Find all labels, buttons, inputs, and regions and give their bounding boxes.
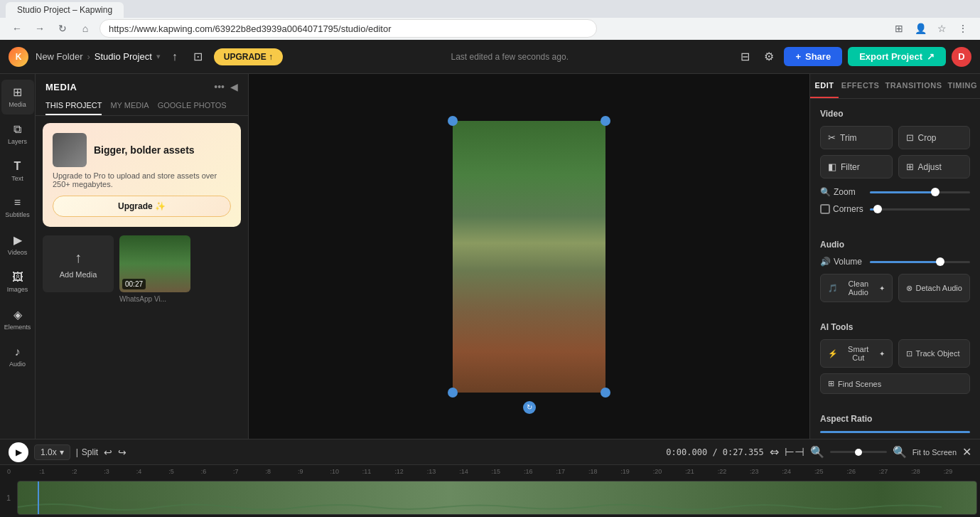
split-button[interactable]: | Split bbox=[76, 447, 98, 457]
avatar[interactable]: D bbox=[952, 47, 971, 67]
track-content[interactable] bbox=[17, 481, 977, 515]
sidebar-item-elements[interactable]: ◈ Elements bbox=[1, 302, 34, 337]
redo-button[interactable]: ↪ bbox=[118, 447, 126, 458]
canvas-viewport[interactable]: ↻ bbox=[249, 74, 809, 439]
undo-button[interactable]: ↩ bbox=[104, 447, 112, 458]
handle-bottom-left[interactable] bbox=[448, 388, 458, 398]
smart-cut-icon: ⚡ bbox=[828, 349, 838, 358]
media-more-icon[interactable]: ••• bbox=[214, 81, 225, 92]
sidebar-item-subtitles[interactable]: ≡ Subtitles bbox=[1, 191, 34, 225]
sidebar-label-audio: Audio bbox=[9, 361, 26, 368]
export-button[interactable]: Export Project ↗ bbox=[848, 47, 946, 66]
fit-to-screen-timeline-button[interactable]: Fit to Screen bbox=[912, 448, 957, 457]
corners-slider-thumb[interactable] bbox=[873, 205, 882, 213]
ruler-mark-29: :29 bbox=[942, 468, 974, 475]
back-button[interactable]: ← bbox=[9, 20, 26, 37]
sidebar-item-text[interactable]: T Text bbox=[1, 154, 34, 188]
adjust-button[interactable]: ⊞ Adjust bbox=[898, 155, 971, 178]
upgrade-card-description: Upgrade to Pro to upload and store asset… bbox=[53, 171, 231, 188]
bookmark-icon[interactable]: ☆ bbox=[933, 20, 950, 37]
ruler-mark-18: :18 bbox=[587, 468, 619, 475]
add-media-button[interactable]: ↑ Add Media bbox=[43, 235, 114, 292]
tab-my-media[interactable]: MY MEDIA bbox=[110, 97, 149, 115]
url-bar[interactable]: https://www.kapwing.com/63922b8ed3939a00… bbox=[99, 19, 597, 38]
app-header: K New Folder › Studio Project ▾ ↑ ⊡ UPGR… bbox=[0, 40, 980, 74]
tab-this-project[interactable]: THIS PROJECT bbox=[45, 97, 102, 115]
sidebar-label-text: Text bbox=[11, 175, 23, 183]
trim-label: Trim bbox=[840, 133, 857, 143]
trim-button[interactable]: ✂ Trim bbox=[820, 126, 893, 149]
aspect-ratio-title: Aspect Ratio bbox=[820, 414, 970, 424]
menu-icon[interactable]: ⋮ bbox=[954, 20, 971, 37]
sidebar-item-audio[interactable]: ♪ Audio bbox=[1, 340, 34, 374]
breadcrumb-project[interactable]: Studio Project bbox=[95, 51, 152, 62]
layers-icon: ⧉ bbox=[14, 123, 21, 136]
media-grid: ↑ Add Media 00:27 WhatsApp Vi... bbox=[43, 235, 241, 303]
ruler-mark-13: :13 bbox=[426, 468, 458, 475]
media-panel-header: MEDIA ••• ◀ bbox=[36, 74, 248, 97]
tab-edit[interactable]: EDIT bbox=[810, 74, 839, 98]
volume-slider-thumb[interactable] bbox=[936, 257, 944, 266]
timeline-snap-button[interactable]: ⊢⊣ bbox=[785, 445, 804, 459]
filter-button[interactable]: ◧ Filter bbox=[820, 155, 893, 178]
play-button[interactable]: ▶ bbox=[9, 442, 28, 462]
crop-button[interactable]: ⊡ Crop bbox=[898, 126, 971, 149]
track-object-button[interactable]: ⊡ Track Object bbox=[898, 339, 971, 368]
handle-bottom-right[interactable] bbox=[601, 388, 610, 398]
tab-google-photos[interactable]: GOOGLE PHOTOS bbox=[158, 97, 227, 115]
browser-tab[interactable]: Studio Project – Kapwing bbox=[6, 2, 124, 18]
refresh-button[interactable]: ↻ bbox=[54, 20, 71, 37]
forward-button[interactable]: → bbox=[31, 20, 48, 37]
detach-audio-button[interactable]: ⊗ Detach Audio bbox=[898, 274, 971, 302]
home-button[interactable]: ⌂ bbox=[77, 20, 94, 37]
upgrade-card-button[interactable]: Upgrade ✨ bbox=[53, 196, 231, 217]
speed-button[interactable]: 1.0x ▾ bbox=[34, 444, 70, 460]
ruler-mark-8: :8 bbox=[264, 468, 296, 475]
ai-section-title: AI Tools bbox=[820, 322, 970, 332]
sidebar-item-videos[interactable]: ▶ Videos bbox=[1, 228, 34, 262]
sidebar-item-images[interactable]: 🖼 Images bbox=[1, 265, 34, 299]
zoom-slider-thumb-timeline[interactable] bbox=[855, 449, 862, 456]
playhead[interactable] bbox=[38, 481, 39, 514]
zoom-icon: 🔍 bbox=[820, 187, 831, 197]
fullscreen-button[interactable]: ⊡ bbox=[189, 47, 207, 66]
tab-effects[interactable]: EFFECTS bbox=[839, 74, 883, 98]
sidebar-item-media[interactable]: ⊞ Media bbox=[1, 80, 34, 114]
zoom-slider-thumb[interactable] bbox=[931, 188, 939, 196]
breadcrumb-arrow[interactable]: ▾ bbox=[156, 52, 161, 61]
breadcrumb-folder[interactable]: New Folder bbox=[36, 51, 82, 62]
video-name: WhatsApp Vi... bbox=[119, 295, 190, 303]
upload-button[interactable]: ↑ bbox=[168, 48, 182, 66]
share-button[interactable]: + Share bbox=[784, 47, 842, 66]
profile-icon[interactable]: 👤 bbox=[912, 20, 929, 37]
find-scenes-button[interactable]: ⊞ Find Scenes bbox=[820, 373, 970, 394]
ruler-mark-23: :23 bbox=[748, 468, 780, 475]
timeline-close-button[interactable]: ✕ bbox=[962, 445, 971, 459]
video-thumbnail[interactable]: 00:27 bbox=[119, 235, 190, 292]
zoom-out-button[interactable]: 🔍 bbox=[810, 445, 824, 459]
handle-top-left[interactable] bbox=[448, 116, 458, 126]
zoom-slider[interactable] bbox=[870, 191, 970, 193]
time-separator: / bbox=[712, 447, 722, 457]
sidebar-label-layers: Layers bbox=[8, 138, 27, 146]
timeline-link-button[interactable]: ⇔ bbox=[770, 445, 779, 459]
ruler-mark-19: :19 bbox=[619, 468, 651, 475]
clean-audio-button[interactable]: 🎵 Clean Audio ✦ bbox=[820, 274, 893, 302]
sidebar-item-layers[interactable]: ⧉ Layers bbox=[1, 117, 34, 151]
video-tools-grid: ✂ Trim ⊡ Crop ◧ Filter ⊞ Adjust bbox=[820, 126, 970, 178]
tab-transitions[interactable]: TRANSITIONS bbox=[882, 74, 944, 98]
feedback-button[interactable]: ⊟ bbox=[736, 47, 754, 66]
zoom-slider-timeline[interactable] bbox=[830, 451, 887, 453]
handle-top-right[interactable] bbox=[601, 116, 610, 126]
corners-slider[interactable] bbox=[870, 208, 970, 210]
upgrade-button[interactable]: UPGRADE ↑ bbox=[214, 48, 283, 65]
media-collapse-icon[interactable]: ◀ bbox=[230, 81, 238, 92]
video-frame[interactable]: ↻ bbox=[453, 121, 605, 393]
tab-timing[interactable]: TIMING bbox=[945, 74, 981, 98]
volume-slider[interactable] bbox=[870, 261, 970, 263]
zoom-in-button[interactable]: 🔍 bbox=[893, 445, 907, 459]
settings-button[interactable]: ⚙ bbox=[760, 47, 778, 66]
rotate-handle[interactable]: ↻ bbox=[523, 401, 536, 414]
extensions-icon[interactable]: ⊞ bbox=[890, 20, 908, 37]
smart-cut-button[interactable]: ⚡ Smart Cut ✦ bbox=[820, 339, 893, 368]
